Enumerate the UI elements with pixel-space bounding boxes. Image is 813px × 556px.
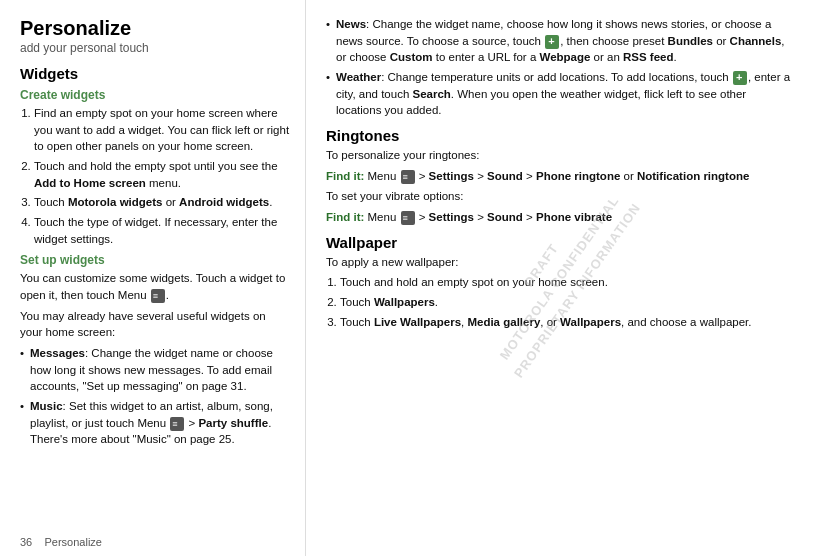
custom-bold: Custom	[390, 51, 433, 63]
create-steps-list: Find an empty spot on your home screen w…	[20, 105, 291, 247]
setup-para-2: You may already have several useful widg…	[20, 308, 291, 341]
search-bold: Search	[413, 88, 451, 100]
plus-icon	[545, 35, 559, 49]
menu-icon-2	[170, 417, 184, 431]
create-step-2: Touch and hold the empty spot until you …	[34, 158, 291, 191]
left-column: Personalize add your personal touch Widg…	[0, 0, 305, 556]
party-shuffle-bold: Party shuffle	[198, 417, 268, 429]
left-bullet-music: Music: Set this widget to an artist, alb…	[20, 398, 291, 448]
phone-vibrate-bold: Phone vibrate	[536, 211, 612, 223]
menu-icon	[151, 289, 165, 303]
notif-ringtone-bold: Notification ringtone	[637, 170, 749, 182]
news-label: News	[336, 18, 366, 30]
rss-bold: RSS feed	[623, 51, 674, 63]
vibrate-findit: Find it: Menu > Settings > Sound > Phone…	[326, 209, 793, 226]
create-step-3: Touch Motorola widgets or Android widget…	[34, 194, 291, 211]
messages-label: Messages	[30, 347, 85, 359]
page-title: Personalize	[20, 16, 291, 40]
wallpapers-bold: Wallpapers	[374, 296, 435, 308]
page-number: 36	[20, 536, 32, 548]
bundles-bold: Bundles	[668, 35, 713, 47]
widgets-heading: Widgets	[20, 65, 291, 82]
right-bullet-list: News: Change the widget name, choose how…	[326, 16, 793, 119]
weather-label: Weather	[336, 71, 381, 83]
wallpaper-steps-list: Touch and hold an empty spot on your hom…	[326, 274, 793, 330]
find-it-label-ringtones: Find it:	[326, 170, 364, 182]
ringtones-findit: Find it: Menu > Settings > Sound > Phone…	[326, 168, 793, 185]
live-wallpapers-bold: Live Wallpapers	[374, 316, 461, 328]
create-step-4: Touch the type of widget. If necessary, …	[34, 214, 291, 247]
add-to-home-bold: Add to Home screen	[34, 177, 146, 189]
phone-ringtone-bold: Phone ringtone	[536, 170, 620, 182]
page-subtitle: add your personal touch	[20, 41, 291, 55]
left-bullet-list: Messages: Change the widget name or choo…	[20, 345, 291, 448]
wallpapers-bold-2: Wallpapers	[560, 316, 621, 328]
create-widgets-heading: Create widgets	[20, 88, 291, 102]
menu-icon-ringtones	[401, 170, 415, 184]
sound-bold-vibrate: Sound	[487, 211, 523, 223]
music-label: Music	[30, 400, 63, 412]
ringtones-heading: Ringtones	[326, 127, 793, 144]
menu-icon-vibrate	[401, 211, 415, 225]
ringtones-intro: To personalize your ringtones:	[326, 147, 793, 164]
settings-bold-ringtones: Settings	[429, 170, 474, 182]
page-number-label: Personalize	[44, 536, 101, 548]
wallpaper-heading: Wallpaper	[326, 234, 793, 251]
find-it-label-vibrate: Find it:	[326, 211, 364, 223]
right-bullet-news: News: Change the widget name, choose how…	[326, 16, 793, 66]
settings-bold-vibrate: Settings	[429, 211, 474, 223]
setup-para-1: You can customize some widgets. Touch a …	[20, 270, 291, 303]
left-bullet-messages: Messages: Change the widget name or choo…	[20, 345, 291, 395]
motorola-widgets-bold: Motorola widgets	[68, 196, 163, 208]
wallpaper-intro: To apply a new wallpaper:	[326, 254, 793, 271]
sound-bold-ringtones: Sound	[487, 170, 523, 182]
wallpaper-step-1: Touch and hold an empty spot on your hom…	[340, 274, 793, 291]
vibrate-intro: To set your vibrate options:	[326, 188, 793, 205]
right-column: DRAFTMOTOROLA CONFIDENTIALPROPRIETARY IN…	[306, 0, 813, 556]
page-number-area: 36 Personalize	[20, 536, 102, 548]
android-widgets-bold: Android widgets	[179, 196, 269, 208]
wallpaper-step-2: Touch Wallpapers.	[340, 294, 793, 311]
media-gallery-bold: Media gallery	[467, 316, 540, 328]
plus-icon-2	[733, 71, 747, 85]
setup-widgets-heading: Set up widgets	[20, 253, 291, 267]
create-step-1: Find an empty spot on your home screen w…	[34, 105, 291, 155]
wallpaper-step-3: Touch Live Wallpapers, Media gallery, or…	[340, 314, 793, 331]
channels-bold: Channels	[730, 35, 782, 47]
right-bullet-weather: Weather: Change temperature units or add…	[326, 69, 793, 119]
webpage-bold: Webpage	[539, 51, 590, 63]
